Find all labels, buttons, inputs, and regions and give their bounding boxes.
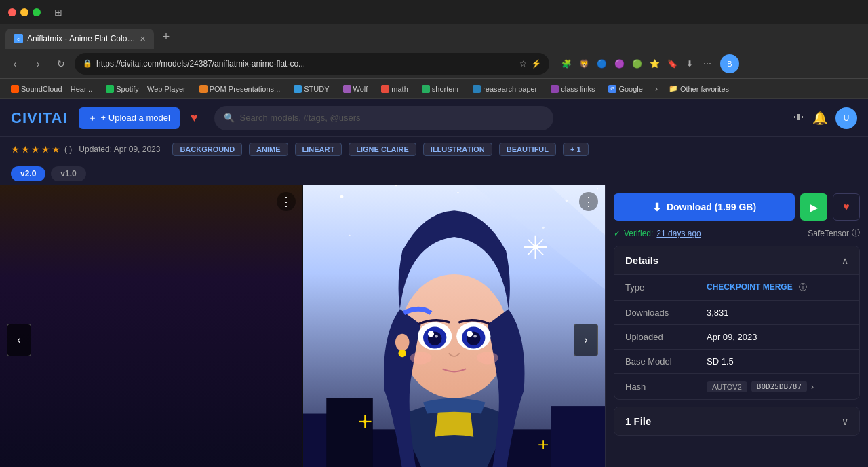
more-bookmarks-chevron[interactable]: › bbox=[651, 84, 662, 94]
bookmark-pom[interactable]: POM Presentations... bbox=[194, 83, 286, 94]
image-2-menu-dots[interactable]: ⋮ bbox=[579, 192, 598, 211]
bookmark-pom-label: POM Presentations... bbox=[210, 85, 281, 93]
details-header[interactable]: Details ∧ bbox=[614, 246, 859, 274]
bookmark-math[interactable]: math bbox=[376, 83, 413, 94]
active-tab[interactable]: c Aniflatmix - Anime Flat Color Sty... ✕ bbox=[5, 29, 154, 49]
hash-arrow-btn[interactable]: › bbox=[811, 382, 814, 392]
tag-lineart[interactable]: LINEART bbox=[295, 143, 342, 156]
svg-text:O: O bbox=[43, 257, 55, 273]
svg-rect-10 bbox=[41, 255, 47, 260]
svg-point-19 bbox=[129, 340, 139, 350]
new-tab-button[interactable]: + bbox=[157, 27, 176, 46]
close-window-btn[interactable] bbox=[8, 8, 16, 16]
more-options-icon[interactable]: ⋯ bbox=[700, 56, 715, 71]
bookmark-shorten-label: shortenr bbox=[432, 85, 459, 93]
toolbar-icon-2[interactable]: 🔵 bbox=[594, 56, 609, 71]
verified-badge: ✓ Verified: 21 days ago bbox=[614, 229, 701, 238]
heart-button[interactable]: ♥ bbox=[191, 111, 198, 125]
version-tab-v20[interactable]: v2.0 bbox=[11, 166, 45, 181]
svg-point-30 bbox=[457, 192, 458, 193]
svg-point-61 bbox=[476, 352, 498, 364]
toolbar-icon-7[interactable]: ⬇ bbox=[682, 56, 697, 71]
back-button[interactable]: ‹ bbox=[5, 54, 24, 73]
hash-type[interactable]: AUTOV2 bbox=[707, 381, 747, 392]
tag-ligne-claire[interactable]: LIGNE CLAIRE bbox=[349, 143, 416, 156]
download-label: Download (1.99 GB) bbox=[667, 202, 756, 212]
bookmark-soundcloud[interactable]: SoundCloud – Hear... bbox=[5, 83, 98, 94]
type-info-icon[interactable]: ⓘ bbox=[799, 282, 807, 292]
address-box[interactable]: 🔒 https://civitai.com/models/24387/anifl… bbox=[75, 53, 549, 75]
rating-count: ( ) bbox=[64, 145, 72, 154]
other-favorites-folder[interactable]: 📁 Other favorites bbox=[665, 84, 733, 93]
verified-date-link[interactable]: 21 days ago bbox=[656, 229, 701, 238]
svg-rect-8 bbox=[41, 240, 47, 245]
play-button[interactable]: ▶ bbox=[800, 193, 827, 221]
tab-close-btn[interactable]: ✕ bbox=[140, 35, 146, 43]
minimize-window-btn[interactable] bbox=[20, 8, 28, 16]
bookmark-class[interactable]: class links bbox=[545, 83, 600, 94]
bookmark-spotify-label: Spotify – Web Player bbox=[116, 85, 186, 93]
svg-point-34 bbox=[349, 235, 350, 236]
toolbar-icon-4[interactable]: 🟢 bbox=[629, 56, 644, 71]
toolbar-icon-3[interactable]: 🟣 bbox=[612, 56, 627, 71]
upload-model-button[interactable]: ＋ + Upload a model bbox=[79, 107, 180, 129]
details-collapse-icon: ∧ bbox=[842, 255, 848, 266]
checkpoint-badge[interactable]: CHECKPOINT MERGE bbox=[707, 282, 793, 292]
svg-point-25 bbox=[96, 351, 140, 380]
image-1-menu-dots[interactable]: ⋮ bbox=[277, 192, 296, 211]
bookmark-wolf[interactable]: Wolf bbox=[338, 83, 374, 94]
downloads-value: 3,831 bbox=[707, 307, 848, 318]
toolbar-icon-5[interactable]: ⭐ bbox=[647, 56, 662, 71]
bookmark-soundcloud-label: SoundCloud – Hear... bbox=[21, 85, 92, 93]
wolf-favicon bbox=[343, 85, 351, 93]
toolbar-icon-1[interactable]: 🦁 bbox=[576, 56, 591, 71]
verified-row: ✓ Verified: 21 days ago SafeTensor ⓘ bbox=[614, 227, 860, 239]
download-button[interactable]: ⬇ Download (1.99 GB) bbox=[614, 193, 795, 221]
bookmark-research[interactable]: reasearch paper bbox=[467, 83, 542, 94]
tab-title: Aniflatmix - Anime Flat Color Sty... bbox=[27, 34, 136, 43]
version-tab-v10[interactable]: v1.0 bbox=[51, 166, 85, 181]
search-box[interactable]: 🔍 Search models, #tags, @users bbox=[214, 106, 553, 130]
base-model-value: SD 1.5 bbox=[707, 356, 848, 367]
tag-illustration[interactable]: ILLUSTRATION bbox=[423, 143, 492, 156]
favorite-button[interactable]: ♥ bbox=[833, 193, 860, 221]
bookmark-spotify[interactable]: Spotify – Web Player bbox=[100, 83, 191, 94]
svg-point-63 bbox=[398, 350, 406, 357]
search-icon: 🔍 bbox=[224, 113, 235, 123]
gallery-prev-button[interactable]: ‹ bbox=[7, 324, 31, 356]
details-section: Details ∧ Type CHECKPOINT MERGE ⓘ Downlo… bbox=[614, 246, 860, 400]
window-controls[interactable] bbox=[5, 8, 41, 16]
extensions-toolbar-icon[interactable]: 🧩 bbox=[559, 56, 574, 71]
svg-point-62 bbox=[395, 334, 409, 351]
tab-grid-icon[interactable]: ⊞ bbox=[54, 7, 62, 18]
math-favicon bbox=[381, 85, 389, 93]
detail-row-hash: Hash AUTOV2 B0D25DB787 › bbox=[614, 373, 859, 399]
files-header[interactable]: 1 File ∨ bbox=[614, 407, 859, 435]
toolbar-icon-6[interactable]: 🔖 bbox=[665, 56, 679, 71]
tag-anime[interactable]: ANIME bbox=[249, 143, 288, 156]
bookmark-google[interactable]: G Google bbox=[603, 83, 648, 94]
extensions-icon[interactable]: ⚡ bbox=[531, 59, 541, 69]
gallery-next-button[interactable]: › bbox=[574, 324, 598, 356]
star-5: ★ bbox=[52, 144, 60, 155]
bookmark-study[interactable]: STUDY bbox=[288, 83, 334, 94]
safe-tensor-info-icon[interactable]: ⓘ bbox=[852, 227, 860, 239]
star-icon[interactable]: ☆ bbox=[519, 59, 527, 69]
bookmark-research-label: reasearch paper bbox=[483, 85, 537, 93]
refresh-button[interactable]: ↻ bbox=[52, 54, 71, 73]
bell-icon[interactable]: 🔔 bbox=[812, 111, 827, 126]
tag-background[interactable]: BACKGROUND bbox=[172, 143, 242, 156]
civitai-logo[interactable]: CIVITAI bbox=[11, 109, 68, 127]
maximize-window-btn[interactable] bbox=[33, 8, 41, 16]
bookmark-shorten[interactable]: shortenr bbox=[416, 83, 465, 94]
visibility-icon[interactable]: 👁 bbox=[793, 112, 804, 124]
study-favicon bbox=[294, 85, 302, 93]
bookmark-math-label: math bbox=[391, 85, 408, 93]
star-rating: ★ ★ ★ ★ ★ ( ) bbox=[11, 144, 72, 155]
user-avatar[interactable]: U bbox=[835, 107, 857, 129]
profile-avatar-header[interactable]: B bbox=[720, 54, 739, 73]
tag-plus-more[interactable]: + 1 bbox=[563, 143, 589, 156]
tag-beautiful[interactable]: BEAUTIFUL bbox=[499, 143, 556, 156]
forward-button[interactable]: › bbox=[28, 54, 47, 73]
svg-rect-46 bbox=[326, 398, 373, 467]
